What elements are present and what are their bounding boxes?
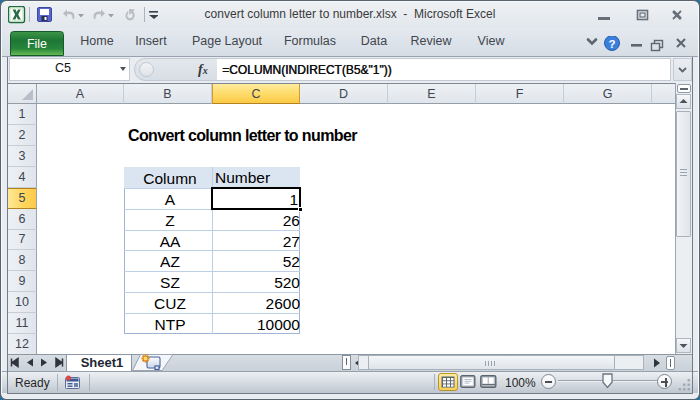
svg-text:?: ?	[608, 38, 615, 50]
